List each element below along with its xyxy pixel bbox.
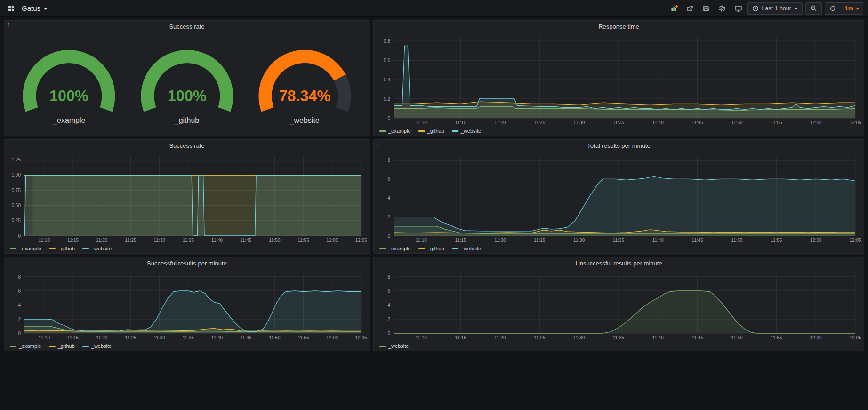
legend-swatch	[82, 248, 89, 249]
panel-title[interactable]: Total results per minute	[374, 140, 864, 152]
panel-title-text: Successful results per minute	[147, 260, 227, 267]
zoom-out-button[interactable]	[805, 2, 822, 15]
unsuccessful-results-chart: 11:1011:1511:2011:2511:3011:3511:4011:45…	[374, 269, 864, 351]
legend-item-_website[interactable]: _website	[452, 128, 481, 134]
refresh-group: 1m	[825, 2, 863, 15]
x-tick-label: 11:55	[297, 238, 309, 243]
gauge-label: _example	[13, 116, 125, 125]
y-tick-label: 6	[18, 289, 21, 294]
x-tick-label: 11:35	[613, 238, 625, 243]
add-panel-button[interactable]	[667, 2, 681, 15]
x-tick-label: 11:35	[613, 120, 625, 125]
panel-info-icon[interactable]: i	[377, 141, 378, 148]
y-tick-label: 6	[387, 289, 390, 294]
panel-title[interactable]: Unsuccessful results per minute	[374, 257, 864, 269]
panel-title-text: Unsuccessful results per minute	[575, 260, 662, 267]
legend-swatch	[10, 346, 16, 347]
divider	[841, 5, 841, 12]
navbar: Gatus	[0, 0, 868, 17]
legend-item-_example[interactable]: _example	[379, 128, 411, 134]
y-tick-label: 0	[18, 233, 21, 239]
y-tick-label: 1.00	[12, 172, 21, 177]
y-tick-label: 2	[387, 317, 390, 322]
panel-title[interactable]: Successful results per minute	[4, 257, 370, 269]
y-tick-label: 4	[387, 303, 390, 308]
refresh-button[interactable]	[828, 3, 837, 14]
response-time-plot: 11:1011:1511:2011:2511:3011:3511:4011:45…	[374, 32, 864, 126]
panel-title[interactable]: Success rate	[4, 21, 370, 32]
legend-item-_website[interactable]: _website	[82, 246, 112, 251]
gauge-row: 100%_example100%_github78.34%_website	[4, 32, 370, 136]
legend-swatch	[379, 346, 386, 347]
y-tick-label: 6	[387, 177, 390, 182]
y-tick-label: 8	[387, 274, 390, 280]
legend-item-_example[interactable]: _example	[10, 246, 41, 251]
x-tick-label: 11:50	[731, 238, 743, 243]
legend-item-_github[interactable]: _github	[49, 246, 75, 251]
save-dashboard-button[interactable]	[699, 2, 713, 15]
y-tick-label: 0.75	[12, 188, 21, 193]
legend: _example_github_website	[374, 244, 864, 253]
panel-info-icon[interactable]: i	[8, 22, 9, 29]
share-dashboard-button[interactable]	[683, 2, 697, 15]
legend-item-_website[interactable]: _website	[82, 343, 112, 349]
panel-title[interactable]: Response time	[374, 21, 864, 32]
caret-down-icon	[856, 8, 860, 10]
gauge-value: 78.34%	[279, 88, 330, 105]
legend-label: _website	[388, 343, 409, 349]
x-tick-label: 11:25	[534, 120, 546, 125]
gauge-_github: 100%_github	[131, 43, 243, 125]
panel-success-rate: Success rate 11:1011:1511:2011:2511:3011…	[4, 139, 370, 254]
legend-item-_website[interactable]: _website	[452, 246, 481, 251]
legend-swatch	[379, 130, 386, 132]
x-tick-label: 11:35	[183, 238, 194, 243]
dashboard-grid: i Success rate 100%_example100%_github78…	[0, 17, 868, 354]
x-tick-label: 11:20	[494, 335, 506, 340]
response-time-chart: 11:1011:1511:2011:2511:3011:3511:4011:45…	[374, 32, 864, 136]
time-range-label: Last 1 hour	[762, 5, 791, 12]
legend-item-_example[interactable]: _example	[10, 343, 41, 349]
x-tick-label: 11:55	[771, 120, 782, 125]
x-tick-label: 11:40	[211, 238, 223, 243]
x-tick-label: 11:40	[652, 120, 664, 125]
dashboard-picker-button[interactable]	[5, 2, 18, 15]
legend-swatch	[49, 248, 56, 249]
dashboard-title-text: Gatus	[22, 4, 40, 12]
legend-swatch	[418, 130, 425, 132]
legend-label: _github	[427, 246, 444, 251]
x-tick-label: 11:20	[494, 238, 506, 243]
legend-swatch	[10, 248, 16, 249]
legend-item-_github[interactable]: _github	[49, 343, 75, 349]
x-tick-label: 11:30	[573, 238, 585, 243]
gauge-label: _github	[131, 116, 243, 125]
panel-title-text: Response time	[598, 23, 639, 30]
legend-item-_github[interactable]: _github	[418, 128, 444, 134]
gauge-arc: 100%	[131, 43, 243, 118]
y-tick-label: 4	[18, 303, 21, 308]
x-tick-label: 11:30	[153, 335, 165, 340]
gauge-label: _website	[249, 116, 361, 125]
panel-successful-results-per-minute: Successful results per minute 11:1011:15…	[4, 257, 370, 351]
x-tick-label: 12:00	[810, 335, 822, 340]
cycle-view-button[interactable]	[731, 2, 745, 15]
save-icon	[702, 5, 710, 12]
panel-title[interactable]: Success rate	[4, 140, 370, 152]
success-rate-ts-plot: 11:1011:1511:2011:2511:3011:3511:4011:45…	[4, 152, 370, 244]
x-tick-label: 11:15	[67, 335, 79, 340]
gauge-_website: 78.34%_website	[249, 43, 361, 125]
series-fill-_website	[394, 176, 855, 236]
legend-item-_github[interactable]: _github	[418, 246, 444, 251]
x-tick-label: 11:10	[39, 335, 50, 340]
x-tick-label: 12:05	[849, 238, 861, 243]
gauge-value: 100%	[50, 88, 89, 105]
x-tick-label: 11:35	[183, 335, 194, 340]
dashboard-settings-button[interactable]	[715, 2, 729, 15]
refresh-interval-dropdown[interactable]: 1m	[845, 5, 860, 12]
dashboard-title[interactable]: Gatus	[22, 4, 48, 12]
legend-item-_example[interactable]: _example	[379, 246, 411, 251]
legend-swatch	[82, 346, 89, 347]
legend-item-_website[interactable]: _website	[379, 343, 409, 349]
caret-down-icon	[794, 8, 798, 10]
total-results-plot: 11:1011:1511:2011:2511:3011:3511:4011:45…	[374, 152, 864, 244]
time-range-button[interactable]: Last 1 hour	[747, 2, 803, 15]
